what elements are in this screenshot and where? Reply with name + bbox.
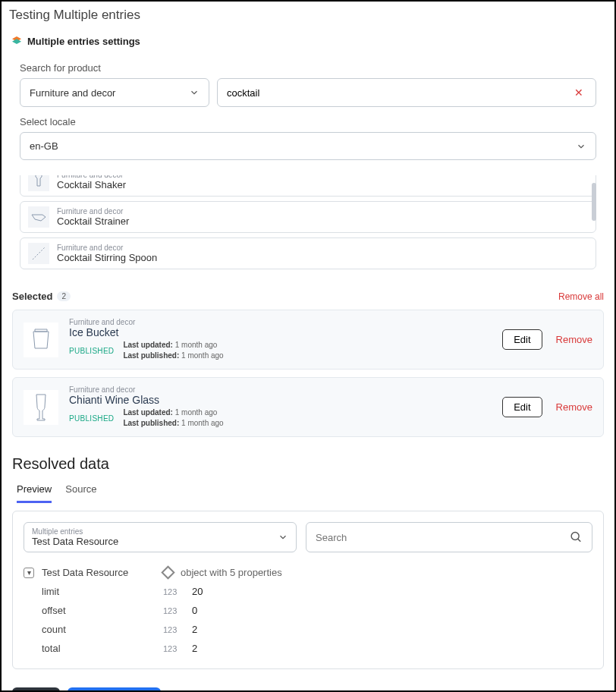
selected-category: Furniture and decor xyxy=(69,318,492,326)
selected-title: Selected 2 xyxy=(12,291,71,302)
remove-link[interactable]: Remove xyxy=(556,401,592,413)
resolved-search-wrapper[interactable] xyxy=(306,522,592,552)
selected-count-badge: 2 xyxy=(57,291,71,301)
selected-thumbnail xyxy=(24,322,58,357)
tree-row[interactable]: offset 123 0 xyxy=(24,601,592,620)
tree-row[interactable]: count 123 2 xyxy=(24,620,592,639)
remove-link[interactable]: Remove xyxy=(556,334,592,345)
object-icon xyxy=(161,565,174,579)
result-thumbnail xyxy=(28,206,49,228)
chevron-down-icon xyxy=(576,141,586,152)
resource-select-label: Multiple entries xyxy=(32,527,118,536)
remove-all-link[interactable]: Remove all xyxy=(558,291,604,302)
result-name: Cocktail Stirring Spoon xyxy=(57,252,157,263)
stack-icon xyxy=(11,35,23,47)
tab-preview[interactable]: Preview xyxy=(17,483,52,503)
status-published: PUBLISHED xyxy=(69,347,114,355)
locale-select-value: en-GB xyxy=(30,140,58,152)
tab-source[interactable]: Source xyxy=(65,483,96,503)
window-title: Testing Multiple entries xyxy=(2,2,614,29)
selected-item: Furniture and decor Ice Bucket PUBLISHED… xyxy=(12,310,604,370)
resolved-search-input[interactable] xyxy=(316,532,570,543)
edit-button[interactable]: Edit xyxy=(502,329,542,350)
product-search-input-wrapper[interactable]: ✕ xyxy=(217,78,596,107)
tree-root-desc: object with 5 properties xyxy=(181,567,282,578)
search-result-item[interactable]: Furniture and decor Cocktail Stirring Sp… xyxy=(20,237,596,269)
selected-thumbnail xyxy=(24,390,58,425)
settings-header: Multiple entries settings xyxy=(2,29,614,53)
result-thumbnail xyxy=(28,175,49,191)
search-icon xyxy=(570,530,583,544)
locale-select[interactable]: en-GB xyxy=(20,132,596,160)
status-published: PUBLISHED xyxy=(69,414,114,423)
selected-item: Furniture and decor Chianti Wine Glass P… xyxy=(12,377,604,437)
chevron-down-icon xyxy=(189,87,200,98)
tree-root-name: Test Data Resource xyxy=(42,567,156,578)
tree-view: ▾ Test Data Resource object with 5 prope… xyxy=(24,563,592,658)
result-category: Furniture and decor xyxy=(57,244,157,252)
selected-name: Chianti Wine Glass xyxy=(69,394,492,406)
category-select-value: Furniture and decor xyxy=(30,87,115,99)
edit-button[interactable]: Edit xyxy=(502,397,542,417)
product-search-input[interactable] xyxy=(227,87,571,99)
search-label: Search for product xyxy=(20,62,596,74)
result-name: Cocktail Shaker xyxy=(57,179,126,190)
fetch-test-data-button[interactable]: Fetch Test Data xyxy=(68,687,161,692)
resolved-data-title: Resolved data xyxy=(2,445,614,476)
done-button[interactable]: Done xyxy=(12,687,60,692)
result-category: Furniture and decor xyxy=(57,207,129,215)
tree-row[interactable]: limit 123 20 xyxy=(24,582,592,601)
chevron-down-icon xyxy=(278,532,288,543)
resource-select-value: Test Data Resource xyxy=(32,536,118,547)
selected-name: Ice Bucket xyxy=(69,326,492,338)
selected-category: Furniture and decor xyxy=(69,385,492,394)
tree-row[interactable]: total 123 2 xyxy=(24,639,592,658)
category-select[interactable]: Furniture and decor xyxy=(20,78,209,107)
clear-search-icon[interactable]: ✕ xyxy=(571,86,586,99)
settings-title: Multiple entries settings xyxy=(27,36,140,47)
result-thumbnail xyxy=(28,243,49,264)
search-results-list[interactable]: Furniture and decor Cocktail Shaker Furn… xyxy=(20,175,596,274)
result-name: Cocktail Strainer xyxy=(57,215,129,227)
scrollbar[interactable] xyxy=(592,183,596,221)
locale-label: Select locale xyxy=(20,116,596,127)
svg-point-2 xyxy=(571,533,579,540)
search-result-item[interactable]: Furniture and decor Cocktail Shaker xyxy=(20,175,596,197)
resource-select[interactable]: Multiple entries Test Data Resource xyxy=(24,522,297,552)
collapse-icon[interactable]: ▾ xyxy=(24,568,34,578)
search-result-item[interactable]: Furniture and decor Cocktail Strainer xyxy=(20,201,596,233)
